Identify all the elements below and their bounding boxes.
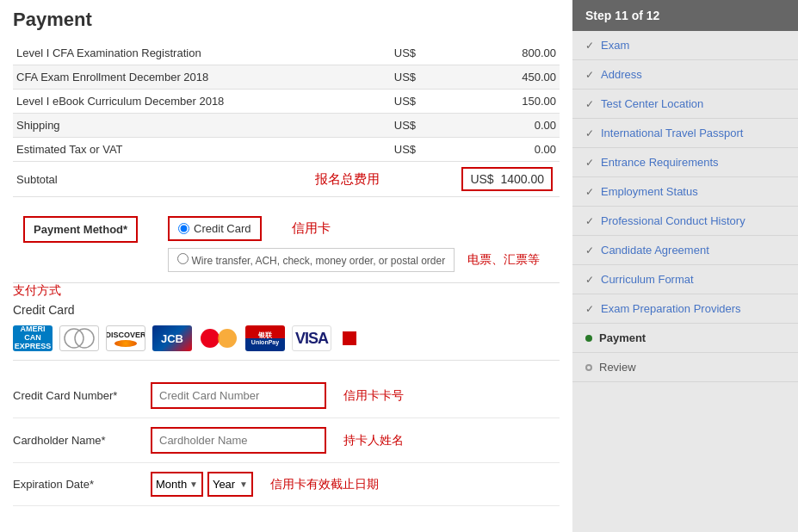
wire-transfer-radio[interactable] [177,253,189,264]
order-items-table: Level I CFA Examination Registration US$… [13,41,560,197]
check-icon: ✓ [585,303,594,315]
item-amount: 0.00 [423,114,560,138]
sidebar-item-label: Address [601,68,642,81]
small-red-box [343,331,356,345]
item-amount: 450.00 [423,65,560,90]
sidebar-item-exam-preparation-providers[interactable]: ✓Exam Preparation Providers [572,294,798,324]
cardholder-name-label: Cardholder Name* [13,434,151,447]
credit-card-label[interactable]: Credit Card [194,222,251,235]
sidebar-item-exam[interactable]: ✓Exam [572,31,798,60]
jcb-logo: JCB [152,325,192,351]
sidebar-item-label: Test Center Location [601,97,703,110]
sidebar-item-label: Review [599,361,636,374]
sidebar-item-employment-status[interactable]: ✓Employment Status [572,177,798,207]
sidebar-item-address[interactable]: ✓Address [572,60,798,90]
payment-options: Credit Card 信用卡 Wire transfer, ACH, chec… [168,216,540,272]
cardholder-name-wrapper: 持卡人姓名 [151,427,404,454]
payment-cn-label: 支付方式 [13,283,560,299]
sidebar-item-label: International Travel Passport [601,127,743,139]
credit-card-number-label: Credit Card Number* [13,389,151,402]
sidebar-item-label: Professional Conduct History [601,214,745,227]
credit-card-radio[interactable] [178,223,189,234]
cardholder-name-row: Cardholder Name* 持卡人姓名 [13,418,560,463]
check-icon: ✓ [585,98,594,110]
sidebar-item-label: Payment [599,331,646,344]
credit-card-option[interactable]: Credit Card 信用卡 [168,216,540,241]
order-item-row: Estimated Tax or VAT US$ 0.00 [13,138,560,162]
diners-logo [59,325,99,351]
amex-logo: AMERICANEXPRESS [13,325,53,351]
order-item-row: Shipping US$ 0.00 [13,114,560,138]
order-item-row: CFA Exam Enrollment December 2018 US$ 45… [13,65,560,90]
expiration-date-row: Expiration Date* Month010203040506070809… [13,463,560,506]
cardholder-name-input[interactable] [152,429,325,452]
credit-card-number-row: Credit Card Number* 信用卡卡号 [13,374,560,418]
check-icon: ✓ [585,215,594,227]
item-name: CFA Exam Enrollment December 2018 [13,65,303,90]
wire-transfer-label[interactable]: Wire transfer, ACH, check, money order, … [191,255,445,267]
sidebar-item-label: Employment Status [601,185,698,198]
sidebar-item-international-travel-passport[interactable]: ✓International Travel Passport [572,119,798,148]
cardholder-name-annotation-cn: 持卡人姓名 [343,433,404,448]
svg-point-0 [65,329,84,348]
expiry-annotation-cn: 信用卡有效截止日期 [270,477,379,492]
order-item-row: Level I eBook Curriculum December 2018 U… [13,90,560,114]
card-logos: AMERICANEXPRESS DISCOVER JCB 银联 [13,325,560,361]
item-name: Shipping [13,114,303,138]
item-currency: US$ [303,114,423,138]
check-icon: ✓ [585,69,594,81]
main-content: Payment Level I CFA Examination Registra… [0,0,572,532]
sidebar-item-label: Curriculum Format [601,273,694,286]
month-select[interactable]: Month010203040506070809101112 [152,473,205,495]
year-select-wrapper[interactable]: Year20182019202020212022202320242025 ▼ [207,472,253,497]
sidebar-item-label: Entrance Requirements [601,156,719,169]
expiry-selects: Month010203040506070809101112 ▼ Year2018… [151,472,253,497]
mastercard-logo [199,325,238,351]
sidebar-item-professional-conduct-history[interactable]: ✓Professional Conduct History [572,207,798,236]
sidebar: Step 11 of 12 ✓Exam✓Address✓Test Center … [572,0,798,532]
current-dot [585,335,592,342]
item-amount: 800.00 [423,41,560,65]
check-icon: ✓ [585,157,594,169]
subtotal-currency-val: US$ [470,172,493,186]
mastercard-circles [199,325,238,351]
check-icon: ✓ [585,244,594,257]
sidebar-item-entrance-requirements[interactable]: ✓Entrance Requirements [572,148,798,177]
expiration-date-wrapper: Month010203040506070809101112 ▼ Year2018… [151,472,379,497]
cardholder-name-input-box[interactable] [151,427,326,454]
month-select-wrapper[interactable]: Month010203040506070809101112 ▼ [151,472,203,497]
sidebar-item-label: Candidate Agreement [601,244,709,257]
credit-card-number-input[interactable] [152,384,325,407]
credit-card-number-wrapper: 信用卡卡号 [151,382,404,409]
payment-method-label: Payment Method* [23,216,138,243]
item-amount: 0.00 [423,138,560,162]
credit-card-title: Credit Card [13,303,560,317]
visa-logo: VISA [292,325,331,351]
credit-card-number-input-box[interactable] [151,382,326,409]
credit-card-annotation-cn: 信用卡 [292,220,331,237]
sidebar-item-label: Exam [601,39,629,52]
sidebar-item-payment[interactable]: Payment [572,324,798,353]
year-select[interactable]: Year20182019202020212022202320242025 [209,473,255,495]
wire-transfer-box[interactable]: Wire transfer, ACH, check, money order, … [168,248,455,272]
sidebar-item-curriculum-format[interactable]: ✓Curriculum Format [572,265,798,294]
sidebar-item-candidate-agreement[interactable]: ✓Candidate Agreement [572,236,798,265]
sidebar-item-review[interactable]: Review [572,353,798,382]
mc-right [218,329,237,348]
subtotal-row: Subtotal 报名总费用 US$ 1400.00 [13,162,560,197]
order-item-row: Level I CFA Examination Registration US$… [13,41,560,65]
unionpay-logo: 银联 UnionPay [245,325,285,351]
wire-transfer-annotation-cn: 电票、汇票等 [467,252,540,268]
item-currency: US$ [303,138,423,162]
item-name: Estimated Tax or VAT [13,138,303,162]
item-currency: US$ [303,65,423,90]
sidebar-item-test-center-location[interactable]: ✓Test Center Location [572,90,798,119]
wire-transfer-option[interactable]: Wire transfer, ACH, check, money order, … [168,248,540,272]
next-dot [585,364,592,371]
credit-card-radio-box[interactable]: Credit Card [168,216,261,241]
check-icon: ✓ [585,40,594,52]
subtotal-label: Subtotal [13,162,303,197]
payment-method-section: Payment Method* Credit Card 信用卡 Wire tra… [13,206,560,283]
sidebar-items-container: ✓Exam✓Address✓Test Center Location✓Inter… [572,31,798,382]
discover-logo: DISCOVER [106,325,145,351]
